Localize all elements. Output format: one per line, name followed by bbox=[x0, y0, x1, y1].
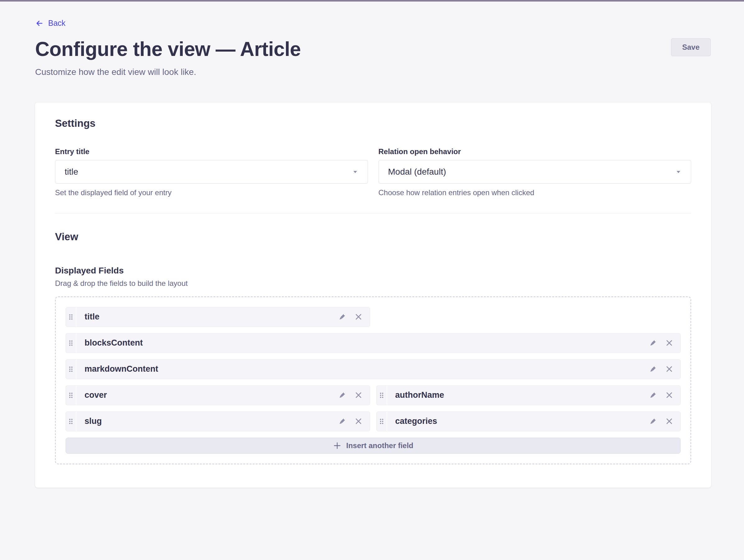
field-card[interactable]: title bbox=[66, 307, 370, 327]
fields-grid: title bbox=[66, 307, 681, 454]
field-label: cover bbox=[76, 390, 107, 400]
edit-field-button[interactable] bbox=[646, 388, 660, 402]
field-card[interactable]: markdownContent bbox=[66, 359, 681, 379]
drag-handle-icon[interactable] bbox=[66, 386, 76, 405]
field-actions bbox=[646, 360, 680, 379]
pencil-icon bbox=[338, 391, 346, 399]
field-card[interactable]: slug bbox=[66, 411, 370, 431]
page-title: Configure the view — Article bbox=[35, 39, 711, 60]
field-label: slug bbox=[76, 416, 102, 426]
displayed-fields-hint: Drag & drop the fields to build the layo… bbox=[55, 279, 691, 288]
section-divider bbox=[55, 213, 691, 214]
settings-heading: Settings bbox=[55, 117, 691, 129]
drag-handle-icon[interactable] bbox=[66, 333, 76, 353]
field-label: title bbox=[76, 312, 100, 322]
close-icon bbox=[665, 365, 673, 373]
remove-field-button[interactable] bbox=[352, 388, 366, 402]
close-icon bbox=[665, 417, 673, 425]
back-label: Back bbox=[48, 18, 66, 28]
configure-view-page: Back Configure the view — Article Custom… bbox=[0, 2, 744, 488]
close-icon bbox=[665, 391, 673, 399]
remove-field-button[interactable] bbox=[352, 415, 366, 428]
edit-field-button[interactable] bbox=[646, 362, 660, 376]
field-actions bbox=[336, 307, 370, 327]
field-card[interactable]: categories bbox=[376, 411, 681, 431]
page-subtitle: Customize how the edit view will look li… bbox=[35, 67, 711, 77]
field-actions bbox=[646, 412, 680, 431]
save-button[interactable]: Save bbox=[671, 38, 711, 56]
entry-title-value: title bbox=[65, 167, 78, 177]
insert-field-button[interactable]: Insert another field bbox=[66, 438, 681, 454]
fields-drop-zone: title bbox=[55, 296, 691, 464]
relation-behavior-field: Relation open behavior Modal (default) C… bbox=[378, 147, 692, 197]
edit-field-button[interactable] bbox=[336, 415, 349, 428]
entry-title-label: Entry title bbox=[55, 147, 368, 156]
drag-handle-icon[interactable] bbox=[66, 360, 76, 379]
pencil-icon bbox=[649, 417, 657, 425]
entry-title-field: Entry title title Set the displayed fiel… bbox=[55, 147, 368, 197]
plus-icon bbox=[333, 441, 341, 450]
arrow-left-icon bbox=[35, 19, 44, 28]
edit-field-button[interactable] bbox=[336, 310, 349, 324]
field-card[interactable]: blocksContent bbox=[66, 333, 681, 353]
drag-handle-icon[interactable] bbox=[377, 386, 387, 405]
field-actions bbox=[646, 386, 680, 405]
insert-field-label: Insert another field bbox=[346, 441, 413, 450]
field-actions bbox=[336, 386, 370, 405]
view-heading: View bbox=[55, 231, 691, 243]
pencil-icon bbox=[649, 339, 657, 347]
close-icon bbox=[355, 313, 362, 321]
drag-handle-icon[interactable] bbox=[377, 412, 387, 431]
field-actions bbox=[336, 412, 370, 431]
pencil-icon bbox=[649, 365, 657, 373]
remove-field-button[interactable] bbox=[662, 362, 676, 376]
drag-handle-icon[interactable] bbox=[66, 412, 76, 431]
relation-behavior-select[interactable]: Modal (default) bbox=[378, 160, 692, 184]
relation-behavior-hint: Choose how relation entries open when cl… bbox=[378, 188, 692, 197]
edit-field-button[interactable] bbox=[646, 415, 660, 428]
pencil-icon bbox=[649, 391, 657, 399]
settings-form: Entry title title Set the displayed fiel… bbox=[55, 147, 691, 197]
displayed-fields-title: Displayed Fields bbox=[55, 266, 691, 276]
entry-title-hint: Set the displayed field of your entry bbox=[55, 188, 368, 197]
pencil-icon bbox=[338, 313, 346, 321]
close-icon bbox=[665, 339, 673, 347]
field-card[interactable]: authorName bbox=[376, 385, 681, 405]
drag-handle-icon[interactable] bbox=[66, 307, 76, 327]
remove-field-button[interactable] bbox=[662, 336, 676, 350]
caret-down-icon bbox=[352, 169, 358, 175]
field-label: authorName bbox=[387, 390, 444, 400]
entry-title-select[interactable]: title bbox=[55, 160, 368, 184]
remove-field-button[interactable] bbox=[352, 310, 366, 324]
close-icon bbox=[355, 417, 362, 425]
close-icon bbox=[355, 391, 362, 399]
edit-field-button[interactable] bbox=[646, 336, 660, 350]
pencil-icon bbox=[338, 417, 346, 425]
field-actions bbox=[646, 333, 680, 353]
field-label: blocksContent bbox=[76, 338, 143, 348]
settings-card: Settings Entry title title Set the displ… bbox=[35, 103, 711, 488]
remove-field-button[interactable] bbox=[662, 415, 676, 428]
remove-field-button[interactable] bbox=[662, 388, 676, 402]
relation-behavior-label: Relation open behavior bbox=[378, 147, 692, 156]
edit-field-button[interactable] bbox=[336, 388, 349, 402]
caret-down-icon bbox=[675, 169, 681, 175]
field-label: categories bbox=[387, 416, 437, 426]
relation-behavior-value: Modal (default) bbox=[388, 167, 446, 177]
field-card[interactable]: cover bbox=[66, 385, 370, 405]
back-link[interactable]: Back bbox=[35, 18, 66, 28]
field-label: markdownContent bbox=[76, 364, 158, 374]
